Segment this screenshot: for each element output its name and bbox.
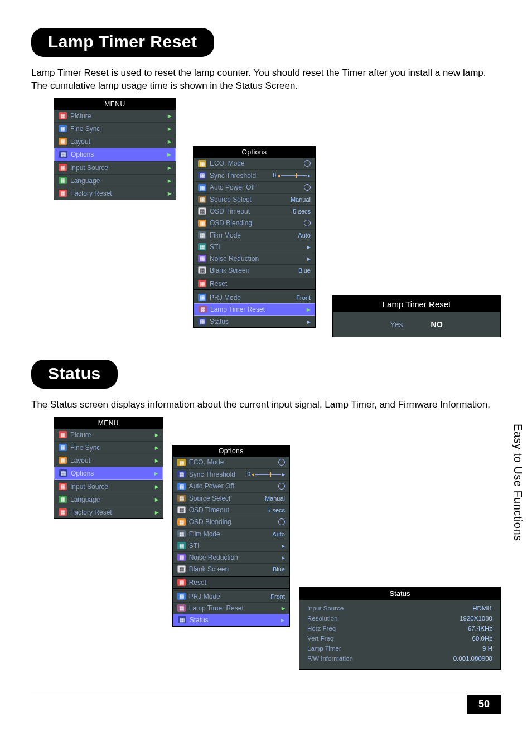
- options-item-label: Film Mode: [210, 231, 241, 239]
- circle-icon: [304, 183, 311, 192]
- menu-item-label: Layout: [70, 457, 90, 464]
- options-item-label: Lamp Timer Reset: [189, 604, 244, 612]
- options-item-sti[interactable]: ▦STI▸: [194, 241, 315, 253]
- options-item-label: OSD Blending: [189, 518, 231, 526]
- options-item-sync-threshold[interactable]: ▦Sync Threshold0◂▸: [173, 468, 289, 480]
- options-item-label: Film Mode: [189, 530, 220, 538]
- main-menu-item-fine-sync[interactable]: ▦Fine Sync▸: [54, 441, 163, 454]
- options-item-value: Auto: [272, 531, 285, 537]
- options-item-osd-timeout[interactable]: ▦OSD Timeout5 secs: [194, 205, 315, 217]
- options-item-sti[interactable]: ▦STI▸: [173, 540, 289, 551]
- menu-icon: ▦: [177, 565, 186, 573]
- options-item-source-select[interactable]: ▦Source SelectManual: [173, 492, 289, 504]
- options-item-label: PRJ Mode: [189, 593, 220, 600]
- options-item-label: STI: [210, 243, 220, 251]
- options-item-label: Status: [210, 318, 229, 326]
- options-item-value: 5 secs: [267, 507, 285, 513]
- options-item-film-mode[interactable]: ▦Film ModeAuto: [173, 528, 289, 540]
- menu-icon: ▦: [59, 138, 67, 145]
- options-item-label: ECO. Mode: [189, 458, 224, 466]
- menu-icon: ▦: [198, 318, 206, 325]
- ltr-option-no[interactable]: NO: [431, 320, 443, 329]
- ltr-option-yes[interactable]: Yes: [390, 320, 403, 329]
- main-menu-item-language[interactable]: ▦Language▸: [54, 493, 163, 506]
- chevron-right-icon: ▸: [155, 508, 158, 516]
- menu-icon: ▦: [59, 164, 67, 171]
- menu-item-label: Fine Sync: [70, 444, 100, 452]
- main-menu-item-fine-sync[interactable]: ▦Fine Sync▸: [54, 122, 176, 135]
- options-item-blank-screen[interactable]: ▦Blank ScreenBlue: [194, 264, 315, 276]
- status-panel: Status Input SourceHDMI1Resolution1920X1…: [299, 587, 501, 670]
- options-item-label: Lamp Timer Reset: [210, 306, 265, 313]
- options-item-sync-threshold[interactable]: ▦Sync Threshold0◂▸: [194, 169, 315, 181]
- main-menu-item-options[interactable]: ▦Options▸: [54, 148, 176, 161]
- options-item-blank-screen[interactable]: ▦Blank ScreenBlue: [173, 563, 289, 575]
- options-item-auto-power-off[interactable]: ▦Auto Power Off: [173, 480, 289, 492]
- menu-item-label: Input Source: [70, 164, 108, 172]
- menu-icon: ▦: [59, 483, 67, 490]
- main-menu-item-language[interactable]: ▦Language▸: [54, 174, 176, 187]
- options-item-eco-mode[interactable]: ▦ECO. Mode: [194, 158, 315, 169]
- menu-item-label: Picture: [70, 112, 91, 120]
- lamp-timer-reset-dialog: Lamp Timer Reset Yes NO: [332, 295, 501, 337]
- options-item-auto-power-off[interactable]: ▦Auto Power Off: [194, 181, 315, 193]
- main-menu-item-input-source[interactable]: ▦Input Source▸: [54, 480, 163, 493]
- options-item-label: Source Select: [210, 196, 252, 203]
- menu-icon: ▦: [198, 207, 206, 215]
- options-item-label: Source Select: [189, 495, 231, 502]
- options-item-label: Auto Power Off: [189, 482, 234, 490]
- options-item-osd-blending[interactable]: ▦OSD Blending: [173, 516, 289, 528]
- chevron-right-icon: ▸: [155, 431, 158, 439]
- options-item-value: Auto: [298, 232, 311, 239]
- menu-icon: ▦: [59, 508, 67, 516]
- menu-item-label: Options: [71, 469, 94, 477]
- options-item-reset[interactable]: ▦Reset: [194, 278, 315, 290]
- options-item-eco-mode[interactable]: ▦ECO. Mode: [173, 457, 289, 468]
- options-item-status[interactable]: ▦Status▸: [173, 614, 289, 626]
- options-item-reset[interactable]: ▦Reset: [173, 576, 289, 589]
- main-menu-item-picture[interactable]: ▦Picture▸: [54, 110, 176, 122]
- chevron-right-icon: ▸: [155, 444, 158, 452]
- circle-icon: [304, 219, 311, 227]
- main-menu-item-input-source[interactable]: ▦Input Source▸: [54, 161, 176, 174]
- status-row-label: F/W Information: [307, 655, 353, 662]
- status-row-lamp-timer: Lamp Timer9 H: [307, 643, 492, 653]
- status-row-value: 9 H: [482, 645, 492, 652]
- menu-icon: ▦: [177, 471, 186, 478]
- main-menu-item-picture[interactable]: ▦Picture▸: [54, 429, 163, 441]
- slider-left-icon: ◂: [252, 471, 254, 477]
- options-item-label: Noise Reduction: [189, 554, 238, 561]
- options-item-label: Auto Power Off: [210, 183, 255, 191]
- menu-icon: ▦: [59, 177, 67, 184]
- chevron-right-icon: ▸: [281, 616, 284, 624]
- main-menu-item-layout[interactable]: ▦Layout▸: [54, 454, 163, 467]
- options-item-noise-reduction[interactable]: ▦Noise Reduction▸: [173, 551, 289, 563]
- menu-icon: ▦: [177, 518, 186, 526]
- options-item-lamp-timer-reset[interactable]: ▦Lamp Timer Reset▸: [173, 602, 289, 614]
- options-item-lamp-timer-reset[interactable]: ▦Lamp Timer Reset▸: [194, 303, 315, 316]
- slider-left-icon: ◂: [277, 172, 280, 178]
- main-menu-item-factory-reset[interactable]: ▦Factory Reset▸: [54, 506, 163, 518]
- main-menu-item-factory-reset[interactable]: ▦Factory Reset▸: [54, 187, 176, 200]
- options-item-film-mode[interactable]: ▦Film ModeAuto: [194, 229, 315, 241]
- menu-icon: ▦: [198, 280, 206, 287]
- status-row-horz-freq: Horz Freq67.4KHz: [307, 623, 492, 633]
- options-item-status[interactable]: ▦Status▸: [194, 316, 315, 327]
- options-item-prj-mode[interactable]: ▦PRJ ModeFront: [173, 590, 289, 602]
- main-menu-item-layout[interactable]: ▦Layout▸: [54, 135, 176, 148]
- options-item-osd-blending[interactable]: ▦OSD Blending: [194, 217, 315, 229]
- main-menu-item-options[interactable]: ▦Options▸: [54, 467, 163, 480]
- menu-icon: ▦: [177, 495, 186, 502]
- options-item-label: Reset: [210, 280, 227, 288]
- menu-icon: ▦: [198, 172, 206, 179]
- chevron-right-icon: ▸: [168, 125, 171, 133]
- status-row-value: 1920X1080: [460, 615, 492, 622]
- options-item-label: STI: [189, 542, 200, 550]
- options-item-value: Front: [270, 593, 285, 600]
- options-item-osd-timeout[interactable]: ▦OSD Timeout5 secs: [173, 504, 289, 516]
- options-item-noise-reduction[interactable]: ▦Noise Reduction▸: [194, 253, 315, 264]
- options-item-source-select[interactable]: ▦Source SelectManual: [194, 193, 315, 205]
- options-item-prj-mode[interactable]: ▦PRJ ModeFront: [194, 292, 315, 303]
- ltr-dialog-title: Lamp Timer Reset: [333, 296, 500, 312]
- menu-icon: ▦: [198, 266, 206, 274]
